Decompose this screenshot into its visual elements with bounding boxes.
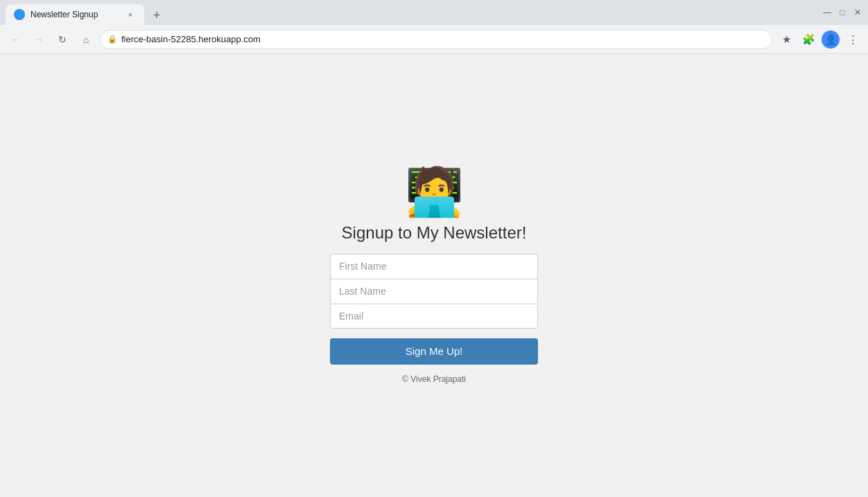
copyright-text: © Vivek Prajapati — [402, 374, 466, 384]
tab-title: Newsletter Signup — [31, 10, 119, 19]
forward-button[interactable]: → — [29, 30, 49, 49]
page-title: Signup to My Newsletter! — [342, 223, 527, 243]
extensions-icon: 🧩 — [802, 33, 815, 46]
page-content: 🧑‍💻 Signup to My Newsletter! Sign Me Up!… — [0, 54, 868, 497]
browser-frame: 🌐 Newsletter Signup × + — □ ✕ ← → ↻ ⌂ 🔒 … — [0, 0, 868, 497]
refresh-button[interactable]: ↻ — [53, 30, 72, 49]
lock-icon: 🔒 — [107, 35, 117, 44]
signup-container: 🧑‍💻 Signup to My Newsletter! Sign Me Up!… — [330, 168, 538, 384]
first-name-input[interactable] — [330, 254, 538, 279]
back-button[interactable]: ← — [6, 30, 25, 49]
new-tab-button[interactable]: + — [147, 6, 166, 25]
menu-button[interactable]: ⋮ — [843, 30, 862, 49]
title-bar: 🌐 Newsletter Signup × + — □ ✕ — [0, 0, 868, 25]
active-tab[interactable]: 🌐 Newsletter Signup × — [6, 4, 144, 25]
star-icon: ★ — [782, 33, 791, 46]
tab-close-button[interactable]: × — [125, 9, 136, 20]
email-input[interactable] — [330, 304, 538, 329]
close-button[interactable]: ✕ — [853, 8, 862, 17]
tab-favicon: 🌐 — [14, 9, 25, 20]
minimize-button[interactable]: — — [822, 8, 832, 17]
browser-actions: ★ 🧩 👤 ⋮ — [776, 30, 862, 49]
last-name-input[interactable] — [330, 279, 538, 304]
tabs-area: 🌐 Newsletter Signup × + — [6, 0, 817, 25]
address-bar[interactable]: 🔒 fierce-basin-52285.herokuapp.com — [100, 30, 772, 49]
signup-form — [330, 254, 538, 329]
avatar-emoji: 🧑‍💻 — [405, 168, 464, 215]
address-bar-row: ← → ↻ ⌂ 🔒 fierce-basin-52285.herokuapp.c… — [0, 25, 868, 54]
profile-button[interactable]: 👤 — [821, 30, 840, 49]
sign-me-up-button[interactable]: Sign Me Up! — [330, 338, 538, 365]
home-button[interactable]: ⌂ — [76, 30, 96, 49]
star-button[interactable]: ★ — [776, 30, 796, 49]
window-controls: — □ ✕ — [822, 8, 862, 17]
maximize-button[interactable]: □ — [837, 8, 847, 17]
url-text: fierce-basin-52285.herokuapp.com — [121, 34, 261, 44]
extensions-button[interactable]: 🧩 — [799, 30, 818, 49]
profile-avatar: 👤 — [822, 30, 840, 49]
